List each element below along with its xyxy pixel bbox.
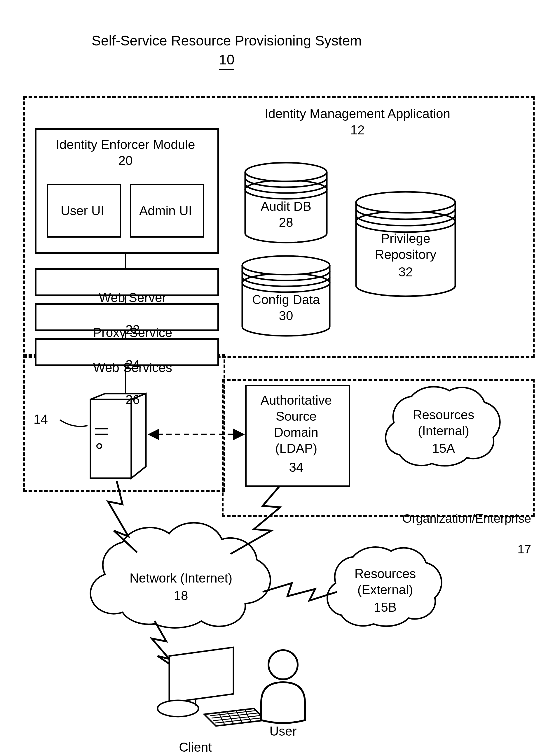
server-ref: 14: [34, 411, 63, 427]
user-icon: [261, 650, 305, 723]
title-ref: 10: [0, 34, 438, 87]
network-line1: Network (Internet): [105, 570, 257, 586]
privilege-repo-line1: Privilege: [353, 230, 458, 246]
diagram-canvas: Self-Service Resource Provisioning Syste…: [0, 0, 560, 756]
user-label: User: [246, 723, 320, 739]
org-label: Organization/Enterprise 17: [274, 496, 531, 572]
audit-db-label: Audit DB: [242, 198, 330, 214]
resources-internal-line2: (Internal): [391, 423, 496, 439]
config-data-ref: 30: [239, 308, 333, 323]
ima-title: Identity Management Application: [204, 106, 511, 122]
resources-external-line1: Resources: [333, 566, 438, 582]
asd-line1: Authoritative: [245, 392, 347, 408]
audit-db-ref: 28: [242, 214, 330, 230]
asd-ref: 34: [245, 459, 347, 475]
admin-ui-label: Admin UI: [130, 203, 201, 219]
svg-point-30: [268, 650, 298, 679]
enforcer-ref: 20: [35, 152, 216, 169]
client-label: Client 16: [137, 723, 239, 756]
resources-internal-ref: 15A: [391, 440, 496, 456]
lightning-network-resext: [263, 583, 337, 601]
org-ref: 17: [517, 542, 531, 556]
asd-line4: (LDAP): [245, 440, 347, 456]
svg-point-21: [158, 700, 198, 717]
enforcer-title: Identity Enforcer Module: [35, 136, 216, 152]
privilege-repo-ref: 32: [353, 264, 458, 280]
network-ref: 18: [105, 587, 257, 604]
client-monitor-icon: [158, 647, 234, 717]
resources-external-line2: (External): [333, 582, 438, 598]
title-ref-num: 10: [219, 51, 234, 70]
privilege-repo-line2: Repository: [353, 246, 458, 262]
user-ui-label: User UI: [47, 203, 118, 219]
asd-line2: Source: [245, 408, 347, 424]
asd-line3: Domain: [245, 424, 347, 440]
resources-external-ref: 15B: [333, 599, 438, 615]
resources-internal-line1: Resources: [391, 407, 496, 423]
config-data-label: Config Data: [239, 292, 333, 308]
ima-ref: 12: [204, 122, 511, 138]
org-label-text: Organization/Enterprise: [402, 512, 531, 525]
